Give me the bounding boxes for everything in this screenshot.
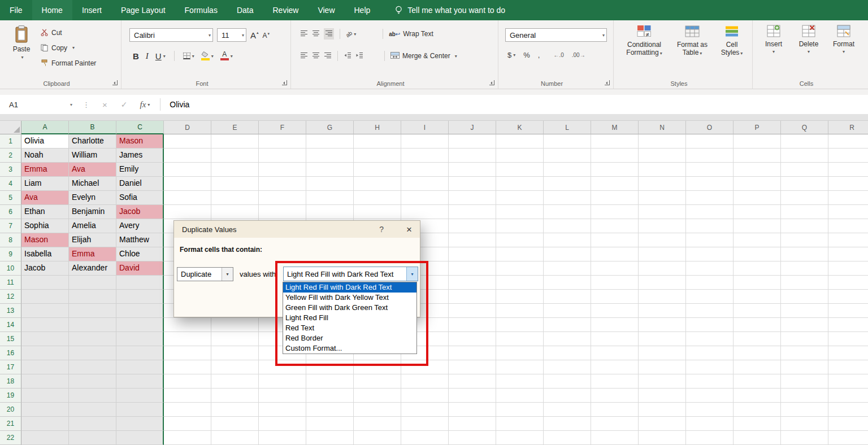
cell-B2[interactable]: William <box>69 149 116 163</box>
cell-L22[interactable] <box>544 431 591 445</box>
cell-B1[interactable]: Charlotte <box>69 134 116 149</box>
row-header-7[interactable]: 7 <box>0 219 21 233</box>
cell-P13[interactable] <box>734 304 781 318</box>
cell-A6[interactable]: Ethan <box>21 205 69 219</box>
cell-I22[interactable] <box>401 431 449 445</box>
tab-data[interactable]: Data <box>227 0 263 20</box>
cell-C11[interactable] <box>116 276 164 290</box>
cell-L5[interactable] <box>544 191 591 205</box>
cell-K16[interactable] <box>496 346 544 360</box>
cell-L9[interactable] <box>544 247 591 261</box>
cell-P20[interactable] <box>734 403 781 417</box>
cell-Q6[interactable] <box>781 205 828 219</box>
cell-O19[interactable] <box>686 389 734 403</box>
cell-H2[interactable] <box>354 149 401 163</box>
cell-K19[interactable] <box>496 389 544 403</box>
format-option[interactable]: Red Text <box>283 323 416 333</box>
cell-A13[interactable] <box>21 304 69 318</box>
cell-I2[interactable] <box>401 149 449 163</box>
cell-M4[interactable] <box>591 177 639 191</box>
row-header-3[interactable]: 3 <box>0 163 21 177</box>
cell-O2[interactable] <box>686 149 734 163</box>
cell-I5[interactable] <box>401 191 449 205</box>
cell-N22[interactable] <box>639 431 686 445</box>
cell-E14[interactable] <box>211 318 259 332</box>
cell-M6[interactable] <box>591 205 639 219</box>
row-header-5[interactable]: 5 <box>0 191 21 205</box>
cell-M10[interactable] <box>591 261 639 276</box>
enter-icon[interactable]: ✓ <box>121 100 128 109</box>
cell-O16[interactable] <box>686 346 734 360</box>
cell-E1[interactable] <box>211 134 259 149</box>
row-header-2[interactable]: 2 <box>0 149 21 163</box>
cell-R21[interactable] <box>828 417 868 431</box>
cell-A19[interactable] <box>21 389 69 403</box>
cell-M2[interactable] <box>591 149 639 163</box>
cell-P12[interactable] <box>734 290 781 304</box>
cell-F4[interactable] <box>259 177 306 191</box>
cell-O15[interactable] <box>686 332 734 346</box>
cell-L7[interactable] <box>544 219 591 233</box>
cell-K10[interactable] <box>496 261 544 276</box>
cell-G6[interactable] <box>306 205 354 219</box>
cancel-icon[interactable]: × <box>102 100 107 110</box>
cell-L13[interactable] <box>544 304 591 318</box>
cell-Q16[interactable] <box>781 346 828 360</box>
cell-O1[interactable] <box>686 134 734 149</box>
cell-C9[interactable]: Chloe <box>116 247 164 261</box>
format-option[interactable]: Red Border <box>283 333 416 343</box>
cell-N6[interactable] <box>639 205 686 219</box>
cell-B10[interactable]: Alexander <box>69 261 116 276</box>
column-header-O[interactable]: O <box>686 121 734 134</box>
cell-G19[interactable] <box>306 389 354 403</box>
cell-O10[interactable] <box>686 261 734 276</box>
cell-C2[interactable]: James <box>116 149 164 163</box>
number-format-combo[interactable]: General▾ <box>505 28 607 42</box>
cell-G3[interactable] <box>306 163 354 177</box>
row-header-20[interactable]: 20 <box>0 403 21 417</box>
cell-Q9[interactable] <box>781 247 828 261</box>
cell-M19[interactable] <box>591 389 639 403</box>
cell-E22[interactable] <box>211 431 259 445</box>
cell-J7[interactable] <box>449 219 496 233</box>
cell-P11[interactable] <box>734 276 781 290</box>
format-option[interactable]: Light Red Fill with Dark Red Text <box>283 282 416 293</box>
cell-M9[interactable] <box>591 247 639 261</box>
column-header-F[interactable]: F <box>259 121 306 134</box>
wrap-text-button[interactable]: ab↩ Wrap Text <box>389 30 433 38</box>
tab-home[interactable]: Home <box>32 0 72 20</box>
cell-H18[interactable] <box>354 374 401 389</box>
cell-N18[interactable] <box>639 374 686 389</box>
cell-P16[interactable] <box>734 346 781 360</box>
cell-P8[interactable] <box>734 233 781 247</box>
cell-E16[interactable] <box>211 346 259 360</box>
cell-C17[interactable] <box>116 360 164 374</box>
cell-A4[interactable]: Liam <box>21 177 69 191</box>
cell-E20[interactable] <box>211 403 259 417</box>
cell-G22[interactable] <box>306 431 354 445</box>
cell-C21[interactable] <box>116 417 164 431</box>
cell-A21[interactable] <box>21 417 69 431</box>
cell-B16[interactable] <box>69 346 116 360</box>
cell-L1[interactable] <box>544 134 591 149</box>
cell-P10[interactable] <box>734 261 781 276</box>
column-header-E[interactable]: E <box>211 121 259 134</box>
cell-D16[interactable] <box>164 346 211 360</box>
cell-M7[interactable] <box>591 219 639 233</box>
cell-B4[interactable]: Michael <box>69 177 116 191</box>
cell-B8[interactable]: Elijah <box>69 233 116 247</box>
cell-R17[interactable] <box>828 360 868 374</box>
cell-B18[interactable] <box>69 374 116 389</box>
cell-R8[interactable] <box>828 233 868 247</box>
cell-K15[interactable] <box>496 332 544 346</box>
cell-E2[interactable] <box>211 149 259 163</box>
column-header-L[interactable]: L <box>544 121 591 134</box>
cell-D20[interactable] <box>164 403 211 417</box>
cell-B22[interactable] <box>69 431 116 445</box>
cell-J13[interactable] <box>449 304 496 318</box>
cell-Q17[interactable] <box>781 360 828 374</box>
rule-type-dropdown[interactable]: Duplicate ▾ <box>177 267 233 281</box>
column-header-N[interactable]: N <box>639 121 686 134</box>
cell-M16[interactable] <box>591 346 639 360</box>
cell-L3[interactable] <box>544 163 591 177</box>
